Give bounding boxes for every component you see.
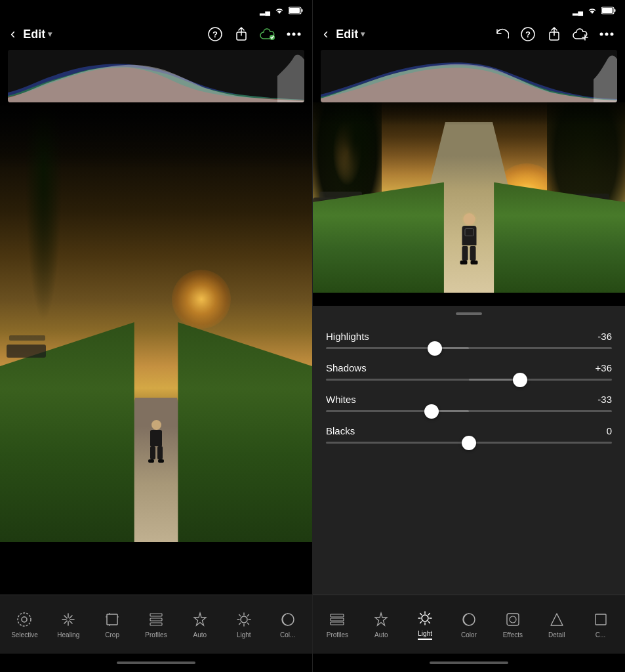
share-button-right[interactable] [544, 24, 565, 45]
top-bar-right: ‹ Edit ▾ ? [313, 18, 625, 50]
histogram-right [321, 50, 617, 102]
color-label-right: Color [461, 631, 477, 639]
svg-point-8 [292, 33, 296, 36]
back-button-left[interactable]: ‹ [8, 23, 18, 45]
shadows-thumb[interactable] [513, 373, 527, 387]
toolbar-crop2-right[interactable]: C... [578, 605, 622, 644]
toolbar-color-right[interactable]: Color [447, 605, 491, 644]
color-icon-left [279, 610, 297, 629]
svg-point-27 [600, 33, 603, 36]
chevron-icon-right: ▾ [361, 30, 365, 39]
auto-icon-right [372, 610, 390, 629]
profiles-icon-left [147, 610, 165, 629]
more-button-left[interactable] [283, 24, 304, 45]
signal-icon-right: ▂▄ [573, 7, 583, 16]
sliders-panel: Highlights -36 Shadows +36 Whites -3 [313, 320, 625, 595]
panel-handle[interactable] [313, 306, 625, 320]
light-label-left: Light [237, 631, 251, 639]
svg-point-28 [605, 33, 609, 36]
effects-icon-right [504, 610, 522, 629]
healing-label: Healing [57, 631, 79, 639]
svg-rect-16 [150, 623, 162, 625]
svg-text:?: ? [212, 30, 218, 39]
cloud-add-button-right[interactable] [570, 24, 591, 45]
highlights-track[interactable] [326, 347, 612, 349]
histogram-left [8, 50, 304, 102]
selective-label: Selective [11, 631, 38, 639]
toolbar-crop[interactable]: Crop [91, 605, 134, 644]
help-button-right[interactable]: ? [517, 24, 538, 45]
whites-track[interactable] [326, 410, 612, 412]
svg-rect-38 [595, 614, 606, 625]
left-panel: ▂▄ ‹ Edit ▾ ? [0, 0, 312, 672]
toolbar-auto-right[interactable]: Auto [359, 605, 403, 644]
effects-label-right: Effects [503, 631, 523, 639]
selective-icon [15, 610, 33, 629]
more-button-right[interactable] [596, 24, 617, 45]
toolbar-profiles-left[interactable]: Profiles [134, 605, 178, 644]
profiles-icon-right [328, 610, 346, 629]
profiles-label-right: Profiles [327, 631, 348, 639]
svg-rect-21 [615, 9, 616, 12]
highlights-value: -36 [597, 331, 612, 342]
crop-label: Crop [105, 631, 119, 639]
svg-rect-15 [150, 618, 162, 621]
auto-label-right: Auto [374, 631, 388, 639]
healing-icon [59, 610, 77, 629]
whites-label: Whites [326, 394, 356, 405]
toolbar-light-right[interactable]: Light [403, 604, 447, 645]
toolbar-healing[interactable]: Healing [47, 605, 91, 644]
shadows-value: +36 [595, 362, 612, 373]
light-icon-right [416, 609, 434, 627]
blacks-value: 0 [607, 425, 612, 436]
toolbar-profiles-right[interactable]: Profiles [315, 605, 359, 644]
svg-rect-33 [331, 622, 344, 625]
home-indicator-right [313, 654, 625, 672]
crop-icon [103, 610, 121, 629]
svg-rect-2 [302, 9, 303, 12]
wifi-icon-left [274, 7, 285, 16]
svg-point-34 [422, 615, 428, 621]
blacks-track[interactable] [326, 442, 612, 444]
share-button-left[interactable] [231, 24, 252, 45]
home-bar-left [117, 662, 195, 664]
svg-rect-31 [331, 614, 344, 617]
help-button-left[interactable]: ? [205, 24, 226, 45]
chevron-icon-left: ▾ [48, 30, 52, 39]
svg-point-9 [298, 33, 301, 36]
cloud-button-left[interactable] [257, 24, 278, 45]
whites-thumb[interactable] [424, 404, 439, 419]
svg-rect-14 [150, 614, 162, 616]
highlights-row: Highlights -36 [326, 331, 612, 349]
toolbar-detail-right[interactable]: Detail [534, 605, 578, 644]
toolbar-light-left[interactable]: Light [222, 605, 266, 644]
bottom-toolbar-right: Profiles Auto Light Color Effects [313, 595, 625, 654]
photo-area-left [0, 102, 312, 542]
svg-point-37 [510, 616, 516, 623]
svg-point-11 [18, 613, 31, 626]
whites-value: -33 [597, 394, 612, 405]
toolbar-selective[interactable]: Selective [3, 605, 47, 644]
blacks-thumb[interactable] [462, 436, 476, 450]
auto-icon-left [191, 610, 209, 629]
whites-row: Whites -33 [326, 394, 612, 412]
color-label-left: Col... [280, 631, 295, 639]
toolbar-color-left[interactable]: Col... [266, 605, 310, 644]
toolbar-auto-left[interactable]: Auto [178, 605, 222, 644]
highlights-thumb[interactable] [428, 341, 442, 356]
back-button-right[interactable]: ‹ [321, 23, 331, 45]
bottom-toolbar-left: Selective Healing Crop Profiles Auto [0, 595, 312, 654]
wifi-icon-right [587, 7, 597, 16]
svg-point-17 [241, 616, 247, 623]
svg-text:?: ? [525, 30, 531, 39]
shadows-label: Shadows [326, 362, 367, 373]
svg-rect-13 [107, 614, 117, 625]
undo-button-right[interactable] [491, 24, 512, 45]
auto-label-left: Auto [193, 631, 207, 639]
svg-rect-20 [602, 8, 613, 13]
signal-icon-left: ▂▄ [260, 7, 270, 16]
spacer-right [313, 293, 625, 306]
svg-point-12 [22, 617, 27, 622]
toolbar-effects-right[interactable]: Effects [491, 605, 534, 644]
shadows-track[interactable] [326, 379, 612, 381]
